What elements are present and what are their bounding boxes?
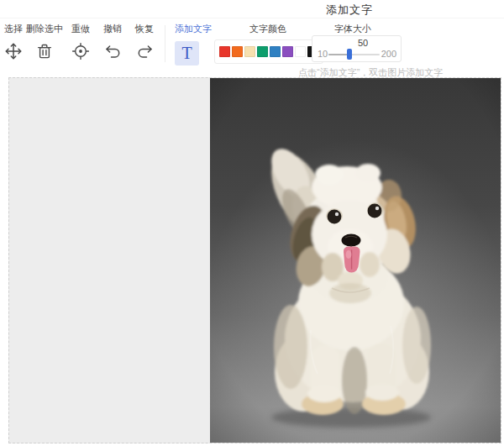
color-swatch-green[interactable] bbox=[257, 46, 268, 57]
color-swatch-blue[interactable] bbox=[270, 46, 281, 57]
dog-photo[interactable] bbox=[210, 78, 501, 443]
toolbar-divider bbox=[165, 25, 165, 62]
color-swatch-white[interactable] bbox=[295, 46, 306, 57]
redo-icon bbox=[135, 42, 155, 60]
add-text-label: 添加文字 bbox=[175, 23, 212, 35]
tool-delete-selected[interactable]: 删除选中 bbox=[24, 23, 66, 60]
font-size-min: 10 bbox=[318, 49, 328, 59]
color-swatch-purple[interactable] bbox=[282, 46, 293, 57]
font-size-control: 50 10 200 bbox=[312, 35, 402, 62]
editor-canvas[interactable] bbox=[8, 77, 501, 443]
tool-undo-label: 撤销 bbox=[103, 23, 122, 35]
color-swatch-cream[interactable] bbox=[244, 46, 255, 57]
move-icon bbox=[4, 42, 23, 60]
font-size-label: 字体大小 bbox=[334, 23, 371, 35]
add-text-group: 添加文字 T bbox=[175, 23, 212, 66]
tool-undo[interactable]: 撤销 bbox=[97, 23, 128, 60]
tool-select[interactable]: 选择 bbox=[1, 23, 26, 60]
tool-restore-label: 恢复 bbox=[135, 23, 154, 35]
page-title: 添加文字 bbox=[326, 3, 373, 18]
tool-redo-label: 重做 bbox=[71, 23, 90, 35]
undo-icon bbox=[103, 42, 123, 60]
font-size-max: 200 bbox=[381, 49, 396, 59]
title-divider bbox=[0, 18, 504, 18]
text-color-label: 文字颜色 bbox=[249, 23, 286, 35]
font-size-slider-thumb[interactable] bbox=[347, 49, 352, 60]
tool-redo[interactable]: 重做 bbox=[66, 23, 96, 60]
text-color-palette bbox=[214, 39, 323, 64]
color-swatch-orange[interactable] bbox=[232, 46, 243, 57]
tool-select-label: 选择 bbox=[4, 23, 23, 35]
tool-restore[interactable]: 恢复 bbox=[129, 23, 160, 60]
color-swatch-red[interactable] bbox=[219, 46, 230, 57]
trash-icon bbox=[36, 42, 53, 60]
target-icon bbox=[71, 42, 90, 60]
tool-delete-label: 删除选中 bbox=[26, 23, 63, 35]
font-size-slider-fill bbox=[328, 54, 348, 55]
font-size-value: 50 bbox=[343, 38, 383, 48]
add-text-button[interactable]: T bbox=[175, 41, 199, 66]
